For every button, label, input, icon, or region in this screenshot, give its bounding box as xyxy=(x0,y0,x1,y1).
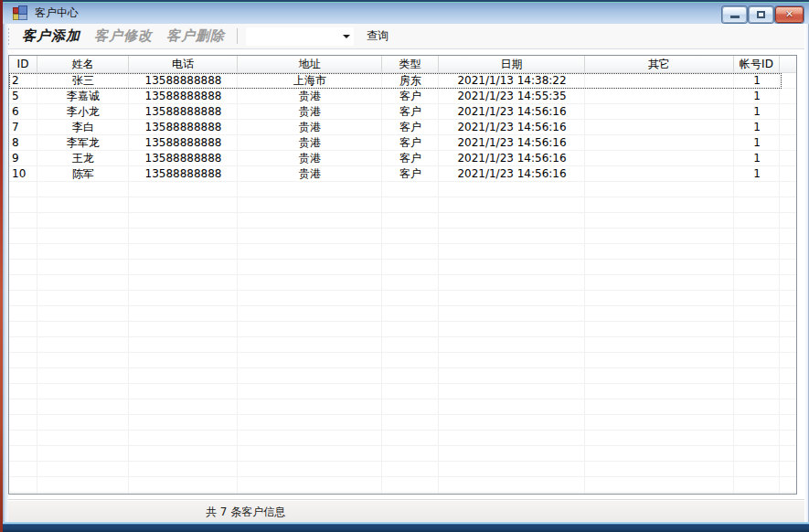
toolbar-separator xyxy=(237,28,238,44)
grid-cell: 贵港 xyxy=(238,104,382,120)
grid-cell xyxy=(585,151,734,166)
grid-cell xyxy=(585,89,734,104)
grid-cell xyxy=(585,166,734,182)
window-title: 客户中心 xyxy=(35,0,79,24)
grid-cell xyxy=(585,120,734,135)
app-window: 客户中心 ✕ 客户添加 客户修改 客户删除 查询 ID姓名电话地址类型日期其它帐… xyxy=(3,0,809,532)
grid-row[interactable]: 9王龙13588888888贵港客户2021/1/23 14:56:161 xyxy=(9,151,782,166)
grid-cell: 1 xyxy=(734,135,780,151)
grid-cell: 13588888888 xyxy=(129,135,238,151)
grid-cell: 13588888888 xyxy=(129,166,238,182)
caption-buttons: ✕ xyxy=(722,6,804,23)
grid-cell: 8 xyxy=(9,135,37,151)
grid-cell: 李军龙 xyxy=(37,135,129,151)
grid-cell: 客户 xyxy=(382,120,439,135)
grid-cell: 客户 xyxy=(382,151,439,166)
grid-cell: 客户 xyxy=(382,135,439,151)
column-header[interactable]: 类型 xyxy=(382,56,439,72)
grid-cell: 2021/1/23 14:56:16 xyxy=(439,120,585,135)
app-icon xyxy=(13,5,27,20)
grid-cell: 13588888888 xyxy=(129,104,238,120)
grid-cell: 2 xyxy=(9,73,37,89)
grid-cell xyxy=(585,104,734,120)
app-icon-part xyxy=(18,5,27,15)
customer-edit-button[interactable]: 客户修改 xyxy=(90,26,157,47)
grid-cell: 陈军 xyxy=(37,166,129,182)
grid-cell: 上海市 xyxy=(238,73,382,89)
grid-header: ID姓名电话地址类型日期其它帐号ID xyxy=(9,56,796,73)
grid-cell: 房东 xyxy=(382,73,439,89)
grid-body: 2张三13588888888上海市房东2021/1/13 14:38:2215李… xyxy=(9,73,796,495)
grid-cell: 10 xyxy=(9,166,37,182)
grid-row[interactable]: 6李小龙13588888888贵港客户2021/1/23 14:56:161 xyxy=(9,104,782,120)
grid-cell xyxy=(585,135,734,151)
column-header[interactable]: 其它 xyxy=(585,56,734,72)
grid-cell: 2021/1/23 14:56:16 xyxy=(439,104,585,120)
customer-grid: ID姓名电话地址类型日期其它帐号ID 2张三13588888888上海市房东20… xyxy=(8,55,797,495)
query-button[interactable]: 查询 xyxy=(361,26,394,47)
grid-cell: 1 xyxy=(734,120,780,135)
column-header[interactable]: 电话 xyxy=(129,56,238,72)
window-frame-right xyxy=(804,24,809,522)
grid-row[interactable]: 5李嘉诚13588888888贵港客户2021/1/23 14:55:351 xyxy=(9,89,782,104)
grid-cell: 贵港 xyxy=(238,151,382,166)
column-header[interactable]: ID xyxy=(9,56,37,72)
grid-cell: 客户 xyxy=(382,104,439,120)
restore-icon xyxy=(757,11,765,18)
grid-cell: 贵港 xyxy=(238,89,382,104)
column-header[interactable]: 日期 xyxy=(439,56,585,72)
column-header-filler xyxy=(780,56,796,72)
grid-cell: 13588888888 xyxy=(129,89,238,104)
grid-cell: 王龙 xyxy=(37,151,129,166)
grid-cell: 2021/1/23 14:55:35 xyxy=(439,89,585,104)
grid-cell: 1 xyxy=(734,73,780,89)
minimize-icon xyxy=(730,16,740,18)
grid-cell: 13588888888 xyxy=(129,120,238,135)
grid-cell: 张三 xyxy=(37,73,129,89)
grid-cell: 1 xyxy=(734,89,780,104)
grid-cell: 贵港 xyxy=(238,166,382,182)
close-icon: ✕ xyxy=(785,7,793,22)
grid-cell: 1 xyxy=(734,151,780,166)
minimize-button[interactable] xyxy=(722,6,747,23)
restore-button[interactable] xyxy=(749,6,773,23)
grid-cell xyxy=(585,73,734,89)
grid-cell: 9 xyxy=(9,151,37,166)
grid-cell: 李小龙 xyxy=(37,104,129,120)
grid-cell: 客户 xyxy=(382,166,439,182)
grid-row[interactable]: 7李白13588888888贵港客户2021/1/23 14:56:161 xyxy=(9,120,782,135)
customer-add-button[interactable]: 客户添加 xyxy=(17,26,85,47)
grid-cell: 贵港 xyxy=(238,135,382,151)
window-frame-left xyxy=(3,24,8,522)
customer-delete-button[interactable]: 客户删除 xyxy=(162,26,229,47)
grid-cell: 2021/1/23 14:56:16 xyxy=(439,135,585,151)
grid-row[interactable]: 10陈军13588888888贵港客户2021/1/23 14:56:161 xyxy=(9,166,782,182)
grid-cell: 1 xyxy=(734,166,780,182)
filter-combobox[interactable] xyxy=(246,27,354,46)
grid-row[interactable]: 8李军龙13588888888贵港客户2021/1/23 14:56:161 xyxy=(9,135,782,151)
grid-cell: 5 xyxy=(9,89,37,104)
chevron-down-icon xyxy=(343,35,350,38)
grid-cell: 李嘉诚 xyxy=(37,89,129,104)
statusbar: 共 7 条客户信息 xyxy=(4,500,807,523)
close-button[interactable]: ✕ xyxy=(775,6,804,23)
grid-cell: 贵港 xyxy=(238,120,382,135)
grid-cell: 李白 xyxy=(37,120,129,135)
grid-cell: 13588888888 xyxy=(129,73,238,89)
column-header[interactable]: 地址 xyxy=(238,56,382,72)
grid-cell: 2021/1/23 14:56:16 xyxy=(439,151,585,166)
column-header[interactable]: 帐号ID xyxy=(734,56,780,72)
toolbar: 客户添加 客户修改 客户删除 查询 xyxy=(3,24,809,49)
grid-row[interactable]: 2张三13588888888上海市房东2021/1/13 14:38:221 xyxy=(9,73,782,89)
grid-cell: 2021/1/23 14:56:16 xyxy=(439,166,585,182)
grid-cell: 2021/1/13 14:38:22 xyxy=(439,73,585,89)
grid-cell: 6 xyxy=(9,104,37,120)
grid-cell: 13588888888 xyxy=(129,151,238,166)
column-header[interactable]: 姓名 xyxy=(37,56,129,72)
titlebar[interactable]: 客户中心 ✕ xyxy=(3,0,809,24)
grid-cell: 客户 xyxy=(382,89,439,104)
grid-cell: 1 xyxy=(734,104,780,120)
window-frame-bottom xyxy=(3,522,809,532)
status-count-label: 共 7 条客户信息 xyxy=(206,501,285,523)
grid-cell: 7 xyxy=(9,120,37,135)
